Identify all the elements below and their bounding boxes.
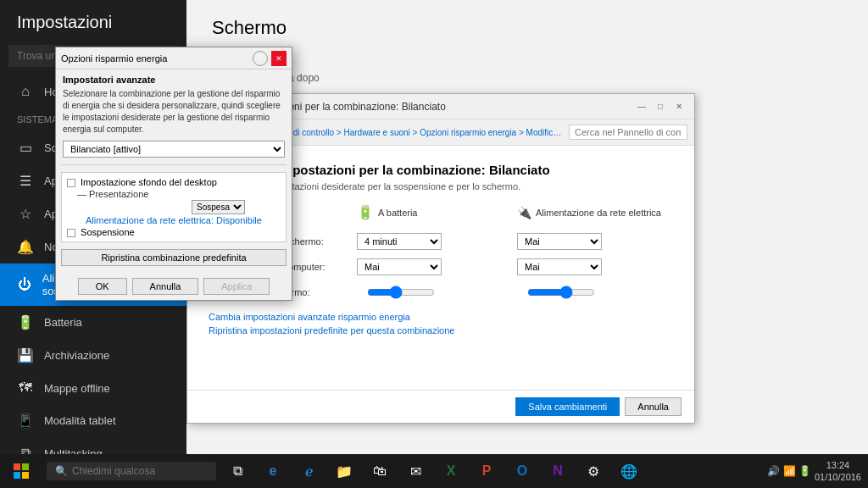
- ppt-icon-btn[interactable]: P: [470, 454, 504, 488]
- systray-icons: 🔊 📶 🔋: [767, 465, 811, 477]
- adv-reset-btn[interactable]: Ripristina combinazione predefinita: [61, 249, 287, 266]
- onenote-icon-btn[interactable]: N: [541, 454, 575, 488]
- mail-icon-btn[interactable]: ✉: [398, 454, 432, 488]
- taskbar-time-display: 13:24: [815, 459, 861, 471]
- chrome-icon: 🌐: [620, 463, 637, 480]
- adv-dropdown-row: Bilanciato [attivo]: [63, 141, 285, 158]
- bright-high-icon1: ☀: [437, 286, 447, 298]
- batteria-icon: 🔋: [17, 314, 34, 330]
- cp-save-btn[interactable]: Salva cambiamenti: [515, 397, 620, 416]
- cp-close-btn[interactable]: ✕: [670, 98, 687, 115]
- sidebar-label-tablet: Modalità tablet: [44, 414, 116, 427]
- search-icon: 🔍: [55, 465, 68, 477]
- adv-tree-presentazione[interactable]: — Presentazione: [65, 188, 282, 200]
- adv-title-text: Opzioni risparmio energia: [61, 53, 253, 64]
- taskbar-right: 🔊 📶 🔋 13:24 01/10/2016: [767, 459, 868, 484]
- sidebar-item-archiviazione[interactable]: 💾 Archiviazione: [0, 339, 186, 372]
- cp-advanced-link[interactable]: Cambia impostazioni avanzate risparmio e…: [209, 312, 673, 322]
- adv-cancel-btn[interactable]: Annulla: [132, 278, 199, 295]
- cp-win-controls: — □ ✕: [633, 98, 687, 115]
- taskbar-search-box[interactable]: 🔍: [47, 462, 216, 480]
- cp-sospensione-rete-select[interactable]: Mai: [517, 258, 602, 275]
- sidebar-label-batteria: Batteria: [44, 316, 82, 329]
- store-icon-btn[interactable]: 🛍: [363, 454, 397, 488]
- explorer-icon-btn[interactable]: 📁: [327, 454, 361, 488]
- store-icon: 🛍: [373, 463, 387, 479]
- adv-ok-btn[interactable]: OK: [78, 278, 127, 295]
- cp-disattivazione-battery-select[interactable]: 4 minuti: [357, 233, 442, 250]
- start-button[interactable]: [0, 454, 42, 488]
- adv-tree-batteria-select-row: Alimentazione a batteria: Sospesa: [65, 200, 282, 214]
- cp-cancel-btn[interactable]: Annulla: [625, 397, 682, 416]
- adv-apply-btn[interactable]: Applica: [203, 278, 270, 295]
- cp-reset-link[interactable]: Ripristina impostazioni predefinite per …: [209, 325, 673, 336]
- settings-icon-btn[interactable]: ⚙: [576, 454, 610, 488]
- ppt-icon: P: [482, 463, 492, 479]
- mail-icon: ✉: [410, 463, 421, 480]
- brightness-rete-slider[interactable]: [527, 286, 595, 299]
- cp-search-input[interactable]: [569, 125, 687, 140]
- adv-batteria-text: Alimentazione a batteria:: [86, 202, 188, 213]
- cp-main-title-bold: Bilanciato: [489, 163, 550, 177]
- taskbar-date-display: 01/10/2016: [815, 471, 861, 483]
- edge-icon-btn[interactable]: e: [256, 454, 290, 488]
- ie-icon: ℯ: [305, 463, 313, 480]
- notifiche-icon: 🔔: [17, 239, 34, 255]
- taskview-icon: ⧉: [233, 463, 242, 479]
- home-icon: ⌂: [17, 84, 34, 99]
- onenote-icon: N: [553, 463, 563, 479]
- mappe-icon: 🗺: [17, 380, 34, 396]
- adv-section-label: Impostatori avanzate Selezionare la comb…: [56, 69, 292, 161]
- adv-close-btn[interactable]: ✕: [271, 51, 287, 66]
- adv-section-title: Impostatori avanzate: [63, 75, 285, 85]
- adv-footer: OK Annulla Applica: [56, 274, 292, 300]
- sidebar-item-multitasking[interactable]: ⧉ Multitasking: [0, 437, 186, 454]
- cp-minimize-btn[interactable]: —: [633, 98, 650, 115]
- explorer-icon: 📁: [336, 463, 353, 480]
- svg-rect-0: [14, 463, 20, 470]
- cp-disattivazione-rete-select[interactable]: Mai: [517, 233, 602, 250]
- edge-icon: e: [270, 463, 277, 479]
- adv-win-controls: ✕: [271, 51, 287, 66]
- ie-icon-btn[interactable]: ℯ: [292, 454, 326, 488]
- check-sosp: [67, 229, 75, 237]
- cp-col2-header: 🔌 Alimentazione da rete elettrica: [517, 206, 673, 219]
- settings-page-title: Schermo: [212, 17, 843, 39]
- cp-col1-label: A batteria: [378, 208, 417, 218]
- chrome-icon-btn[interactable]: 🌐: [612, 454, 646, 488]
- adv-help-btn[interactable]: ?: [253, 51, 268, 66]
- archiviazione-icon: 💾: [17, 347, 34, 363]
- outlook-icon-btn[interactable]: O: [505, 454, 539, 488]
- cp-footer: Salva cambiamenti Annulla: [187, 390, 694, 423]
- adv-tree-sospensione[interactable]: Sospensione: [65, 226, 282, 238]
- settings-icon: ⚙: [587, 463, 599, 480]
- adv-tree-sfondo[interactable]: Impostazione sfondo del desktop: [65, 176, 282, 188]
- adv-reset-section: Ripristina combinazione predefinita: [56, 246, 292, 274]
- brightness-battery-slider[interactable]: [367, 286, 435, 299]
- taskview-btn[interactable]: ⧉: [220, 454, 254, 488]
- adv-disponibile-text: Disponibile: [216, 215, 262, 225]
- sidebar-item-tablet[interactable]: 📱 Modalità tablet: [0, 404, 186, 437]
- adv-tree-ibernazione[interactable]: — Metti in stato di ibernazione dopo: [65, 238, 282, 242]
- cp-maximize-btn[interactable]: □: [652, 98, 669, 115]
- svg-rect-2: [14, 472, 20, 479]
- adv-dialog: Opzioni risparmio energia ? ✕ Impostator…: [55, 47, 292, 301]
- taskbar-search-input[interactable]: [72, 465, 208, 477]
- cp-sospensione-battery-select[interactable]: Mai: [357, 258, 442, 275]
- sidebar-label-archiviazione: Archiviazione: [44, 349, 109, 362]
- adv-tree-rete-disp[interactable]: Alimentazione da rete elettrica: Disponi…: [65, 214, 282, 226]
- excel-icon: X: [447, 463, 456, 479]
- check-sfondo: [67, 179, 75, 187]
- adv-plan-select[interactable]: Bilanciato [attivo]: [63, 141, 285, 158]
- sidebar-label-mappe: Mappe offline: [44, 382, 110, 395]
- bright-low-icon2: ☀: [517, 288, 525, 297]
- adv-batteria-select[interactable]: Sospesa: [192, 200, 245, 214]
- sidebar-item-mappe[interactable]: 🗺 Mappe offline: [0, 372, 186, 404]
- sidebar-item-batteria[interactable]: 🔋 Batteria: [0, 306, 186, 339]
- adv-separator: [61, 164, 287, 165]
- svg-rect-3: [22, 472, 29, 479]
- cp-col1-header: 🔋 A batteria: [357, 204, 513, 220]
- excel-icon-btn[interactable]: X: [434, 454, 468, 488]
- taskbar: 🔍 ⧉ e ℯ 📁 🛍 ✉ X P O N ⚙ 🌐 🔊 📶 🔋 13:24 01…: [0, 454, 868, 488]
- schermo-icon: ▭: [17, 140, 34, 156]
